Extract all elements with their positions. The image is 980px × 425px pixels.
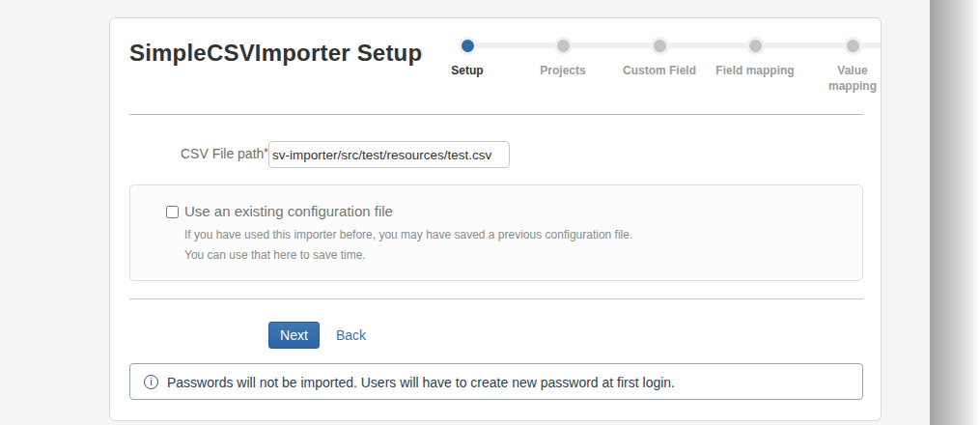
step-label-setup: Setup — [421, 63, 514, 78]
step-dot-projects — [557, 40, 570, 52]
header-separator — [129, 114, 863, 115]
config-description-line1: If you have used this importer before, y… — [184, 228, 632, 241]
progress-tracker: Setup Projects Custom Field Field mappin… — [110, 18, 881, 105]
actions-separator — [129, 298, 863, 299]
step-label-field-mapping: Field mapping — [709, 63, 801, 78]
use-existing-config-checkbox[interactable] — [166, 206, 179, 218]
next-button[interactable]: Next — [268, 322, 320, 349]
step-label-value-mapping: Value mapping — [822, 63, 883, 94]
info-icon: i — [144, 375, 158, 389]
step-dot-custom-field — [654, 40, 666, 52]
screenshot-edge-gradient — [930, 0, 980, 425]
step-dot-setup — [462, 40, 474, 52]
use-existing-config-label[interactable]: Use an existing configuration file — [184, 203, 393, 219]
csv-file-path-label: CSV File path* — [129, 146, 268, 161]
step-label-projects: Projects — [517, 63, 609, 78]
config-description-line2: You can use that here to save time. — [184, 248, 366, 262]
setup-wizard-card: SimpleCSVImporter Setup Setup Projects C… — [109, 17, 882, 421]
existing-config-panel: Use an existing configuration file If yo… — [129, 184, 863, 281]
info-message-text: Passwords will not be imported. Users wi… — [167, 375, 675, 390]
step-dot-value-mapping — [847, 40, 859, 52]
step-label-custom-field: Custom Field — [613, 63, 706, 78]
step-dot-field-mapping — [749, 40, 762, 52]
progress-track-line — [467, 42, 881, 48]
csv-file-path-input[interactable] — [268, 141, 510, 168]
back-link[interactable]: Back — [336, 327, 366, 343]
info-message-box: i Passwords will not be imported. Users … — [129, 363, 863, 400]
